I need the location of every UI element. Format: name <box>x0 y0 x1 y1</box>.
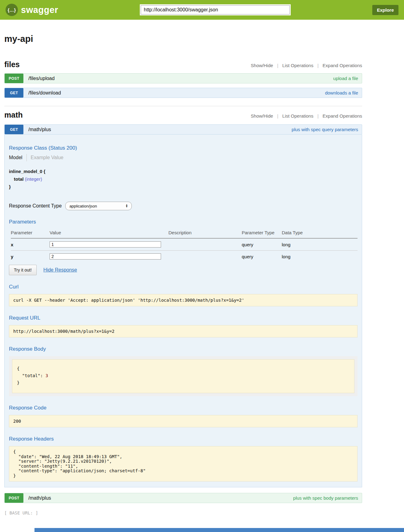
parameters-table: Parameter Value Description Parameter Ty… <box>11 228 358 262</box>
col-parameter: Parameter <box>11 228 50 238</box>
response-body-heading: Response Body <box>9 346 358 352</box>
model-close-line: } <box>9 183 358 191</box>
base-url-footer: [ BASE URL: ] <box>4 510 404 515</box>
divider: | <box>277 113 278 119</box>
endpoint-row-post-math-plus[interactable]: POST /math/plus plus with spec body para… <box>4 493 362 503</box>
table-row-x: x query long <box>11 238 358 251</box>
param-y-input[interactable] <box>50 253 161 260</box>
col-value: Value <box>50 228 168 238</box>
model-property-type: (integer) <box>25 176 42 182</box>
param-description <box>168 238 242 251</box>
response-code-value: 200 <box>9 415 358 427</box>
files-section-controls: Show/Hide | List Operations | Expand Ope… <box>251 63 362 68</box>
post-method-badge: POST <box>5 493 23 503</box>
endpoint-path[interactable]: /math/plus <box>28 127 51 132</box>
get-method-badge: GET <box>5 125 23 134</box>
model-property-name: total <box>14 176 24 182</box>
param-name: x <box>11 238 50 251</box>
col-description: Description <box>168 228 242 238</box>
endpoint-row-get-files-download[interactable]: GET /files/download downloads a file <box>4 88 362 98</box>
response-body-json: { "total": 3 } <box>12 359 354 393</box>
param-x-input[interactable] <box>50 241 161 248</box>
spec-url-input[interactable] <box>141 5 290 14</box>
braces-icon: {…} <box>8 7 16 13</box>
table-row-y: y query long <box>11 251 358 263</box>
divider: | <box>317 63 319 68</box>
response-headers-heading: Response Headers <box>9 436 358 442</box>
curl-heading: Curl <box>9 284 358 290</box>
tab-divider <box>26 154 27 161</box>
endpoint-summary[interactable]: plus with spec query parameters <box>292 127 358 132</box>
response-content-type-row: Response Content Type application/json ▲… <box>9 202 358 210</box>
model-signature: inline_model_0 { total (integer) } <box>9 167 358 191</box>
swagger-logo-icon: {…} <box>6 4 18 16</box>
endpoint-path[interactable]: /files/download <box>28 90 61 96</box>
files-section-header: files Show/Hide | List Operations | Expa… <box>4 60 362 69</box>
request-url-value: http://localhost:3000/math/plus?x=1&y=2 <box>9 325 358 337</box>
request-url-heading: Request URL <box>9 315 358 321</box>
response-class-heading: Response Class (Status 200) <box>9 145 358 151</box>
explore-button[interactable]: Explore <box>372 5 398 15</box>
tab-example-value[interactable]: Example Value <box>31 155 63 160</box>
main-content: my-api files Show/Hide | List Operations… <box>4 34 362 503</box>
files-section-title[interactable]: files <box>4 60 20 69</box>
expand-operations-link[interactable]: Expand Operations <box>323 113 362 119</box>
get-method-badge: GET <box>5 88 23 98</box>
endpoint-summary[interactable]: plus with spec body parameters <box>293 495 358 501</box>
operation-detail-panel: Response Class (Status 200) Model Exampl… <box>4 135 362 487</box>
swagger-logo[interactable]: {…} swagger <box>6 4 58 16</box>
divider: | <box>317 113 319 119</box>
api-title: my-api <box>4 34 362 44</box>
hide-response-link[interactable]: Hide Response <box>43 267 77 273</box>
list-operations-link[interactable]: List Operations <box>282 113 313 119</box>
tab-model[interactable]: Model <box>9 155 22 160</box>
param-description <box>168 251 242 263</box>
show-hide-link[interactable]: Show/Hide <box>251 63 273 68</box>
response-code-heading: Response Code <box>9 405 358 411</box>
divider: | <box>277 63 278 68</box>
parameters-header-row: Parameter Value Description Parameter Ty… <box>11 228 358 238</box>
endpoint-block-get-math-plus: GET /math/plus plus with spec query para… <box>4 124 362 487</box>
list-operations-link[interactable]: List Operations <box>282 63 313 68</box>
param-type: query <box>242 238 282 251</box>
bottom-bar <box>34 528 404 532</box>
response-content-type-select[interactable]: application/json ▲▼ <box>65 202 132 210</box>
json-number-value: 3 <box>46 373 48 378</box>
try-it-out-row: Try it out! Hide Response <box>9 265 358 275</box>
try-it-out-button[interactable]: Try it out! <box>9 265 37 275</box>
response-body-wrap: { "total": 3 } <box>9 356 358 396</box>
url-input-wrap <box>58 5 372 14</box>
param-data-type: long <box>282 238 358 251</box>
param-type: query <box>242 251 282 263</box>
endpoint-summary[interactable]: upload a file <box>333 76 358 81</box>
section-divider <box>4 106 362 106</box>
brand-title: swagger <box>21 5 58 15</box>
post-method-badge: POST <box>5 74 23 83</box>
show-hide-link[interactable]: Show/Hide <box>251 113 273 119</box>
col-data-type: Data Type <box>282 228 358 238</box>
selected-content-type: application/json <box>69 204 97 208</box>
math-section-title[interactable]: math <box>4 111 23 119</box>
header-bar: {…} swagger Explore <box>0 0 404 20</box>
math-section-controls: Show/Hide | List Operations | Expand Ope… <box>251 113 362 119</box>
param-name: y <box>11 251 50 263</box>
curl-command: curl -X GET --header 'Accept: applicatio… <box>9 294 358 306</box>
endpoint-path[interactable]: /files/upload <box>28 76 55 81</box>
param-data-type: long <box>282 251 358 263</box>
expand-operations-link[interactable]: Expand Operations <box>323 63 362 68</box>
model-property: total (integer) <box>14 175 358 183</box>
endpoint-row-post-files-upload[interactable]: POST /files/upload upload a file <box>4 73 362 83</box>
endpoint-row-get-math-plus[interactable]: GET /math/plus plus with spec query para… <box>4 124 362 135</box>
response-headers-json: { "date": "Wed, 22 Aug 2018 18:49:13 GMT… <box>9 446 358 482</box>
parameters-heading: Parameters <box>9 219 358 225</box>
endpoint-path[interactable]: /math/plus <box>28 495 51 501</box>
response-content-type-label: Response Content Type <box>9 203 62 209</box>
model-tabs: Model Example Value <box>9 154 358 161</box>
math-section-header: math Show/Hide | List Operations | Expan… <box>4 111 362 119</box>
col-parameter-type: Parameter Type <box>242 228 282 238</box>
model-open-line: inline_model_0 { <box>9 167 358 175</box>
endpoint-summary[interactable]: downloads a file <box>325 90 358 95</box>
select-arrows-icon: ▲▼ <box>125 204 128 208</box>
